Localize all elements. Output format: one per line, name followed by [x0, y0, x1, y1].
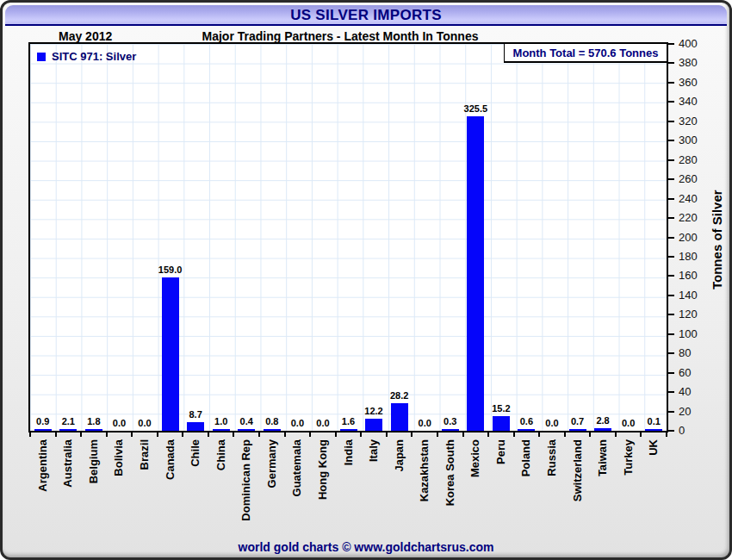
x-axis-tick: [386, 432, 388, 437]
chart-frame: US SILVER IMPORTS May 2012 Major Trading…: [0, 0, 732, 560]
y-axis-tick: [668, 198, 674, 200]
x-axis-label: India: [343, 439, 355, 465]
y-axis-tick: [668, 121, 674, 122]
y-axis-tick: [668, 256, 674, 258]
bar: [594, 428, 611, 431]
bar: [162, 277, 179, 431]
y-axis-tick-label: 320: [679, 115, 698, 128]
y-axis-tick-label: 160: [679, 270, 698, 282]
y-axis-tick-label: 20: [679, 406, 691, 418]
x-axis-label: Dominican Rep: [240, 439, 252, 521]
y-axis-tick-label: 280: [679, 154, 698, 166]
x-axis-tick: [666, 432, 667, 437]
x-axis-tick: [157, 432, 158, 437]
bar: [59, 429, 77, 431]
bar: [264, 429, 281, 431]
y-axis-tick-label: 360: [679, 77, 698, 89]
x-axis-label: Korea South: [444, 439, 456, 506]
x-axis-tick: [208, 432, 209, 437]
y-axis-tick-label: 80: [679, 347, 691, 359]
legend-swatch-icon: [37, 53, 46, 61]
x-axis-tick: [182, 432, 183, 437]
y-axis-tick: [668, 101, 674, 103]
x-axis-tick: [29, 432, 31, 437]
x-axis-label: Hong Kong: [317, 439, 329, 500]
y-axis-tick-label: 140: [679, 289, 698, 302]
x-axis-label: Peru: [495, 439, 507, 464]
x-axis-tick: [513, 432, 515, 437]
x-axis-label: Australia: [62, 439, 74, 488]
x-axis-tick: [487, 432, 489, 437]
chart-subtitle: Major Trading Partners - Latest Month In…: [3, 29, 678, 43]
x-axis-label: Poland: [520, 439, 532, 476]
x-axis-label: Mexico: [469, 439, 481, 477]
bar: [645, 429, 662, 431]
x-axis-tick: [309, 432, 311, 437]
bar-value-label: 159.0: [147, 264, 194, 275]
plot-area: SITC 971: Silver Month Total = 570.6 Ton…: [28, 42, 668, 432]
x-axis-tick: [80, 432, 82, 437]
y-axis-tick: [668, 140, 674, 141]
bar: [365, 419, 382, 431]
x-axis-tick: [106, 432, 108, 437]
x-axis-label: UK: [648, 439, 660, 456]
x-axis-label: Kazakhstan: [419, 439, 431, 501]
bar-value-label: 325.5: [452, 103, 499, 114]
y-axis-tick: [668, 352, 674, 354]
x-axis-label: Chile: [189, 439, 202, 467]
title-bar: US SILVER IMPORTS: [5, 5, 727, 26]
x-axis-tick: [615, 432, 617, 437]
y-axis-tick-label: 100: [679, 328, 698, 340]
y-axis-tick: [668, 391, 674, 393]
x-axis-tick: [335, 432, 337, 437]
y-axis-tick: [668, 237, 674, 239]
y-axis-tick-label: 340: [679, 96, 698, 108]
y-axis-tick-label: 220: [679, 212, 698, 224]
x-axis-tick: [462, 432, 464, 437]
x-axis-tick: [284, 432, 286, 437]
y-axis-tick-label: 120: [679, 308, 698, 320]
y-axis-title: Tonnes of Silver: [710, 190, 724, 289]
y-axis-tick-label: 240: [679, 193, 698, 205]
x-axis-label: Taiwan: [597, 439, 609, 476]
y-axis-tick-label: 300: [679, 134, 698, 146]
x-axis-label: Belgium: [88, 439, 100, 483]
x-axis-label: Bolivia: [113, 439, 125, 476]
y-axis-tick-label: 40: [679, 386, 691, 398]
y-axis-tick: [668, 275, 674, 277]
y-axis-tick: [668, 62, 674, 64]
x-axis-label: Japan: [394, 439, 406, 472]
bar-value-label: 0.1: [630, 416, 677, 426]
x-axis-tick: [233, 432, 234, 437]
bar: [85, 429, 102, 431]
y-axis-tick: [668, 178, 674, 180]
y-axis-tick: [668, 333, 674, 335]
x-axis-label: Switzerland: [572, 439, 584, 501]
y-axis-tick: [668, 217, 674, 219]
x-axis-tick: [538, 432, 540, 437]
x-axis-tick: [131, 432, 133, 437]
legend: SITC 971: Silver: [37, 50, 136, 63]
x-axis-label: China: [215, 439, 227, 470]
x-axis-tick: [55, 432, 57, 437]
x-axis-tick: [437, 432, 438, 437]
x-axis-label: Canada: [164, 439, 177, 480]
x-axis-tick: [258, 432, 260, 437]
bar-value-label: 28.2: [376, 390, 423, 401]
bar: [518, 429, 535, 431]
legend-label: SITC 971: Silver: [52, 50, 136, 63]
y-axis-tick: [668, 430, 674, 432]
y-axis-tick: [668, 159, 674, 161]
y-axis-tick-label: 180: [679, 251, 698, 263]
bar-value-label: 15.2: [478, 403, 524, 414]
chart-title: US SILVER IMPORTS: [5, 5, 727, 25]
y-axis-tick: [668, 43, 674, 45]
y-axis-tick-label: 200: [679, 232, 698, 244]
bar: [467, 116, 484, 431]
x-axis-tick: [564, 432, 566, 437]
y-axis-tick: [668, 372, 674, 374]
y-axis-tick-label: 0: [679, 425, 685, 437]
bar: [442, 429, 459, 431]
x-axis-tick: [589, 432, 591, 437]
bar: [569, 429, 586, 431]
